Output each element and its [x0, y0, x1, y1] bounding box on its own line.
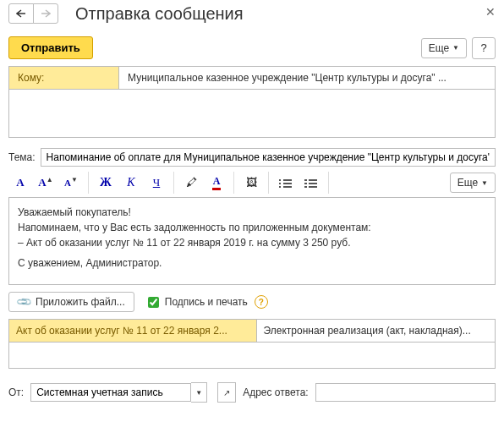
send-button[interactable]: Отправить [8, 36, 93, 59]
to-label: Кому: [9, 67, 119, 89]
chevron-down-icon: ▼ [481, 179, 488, 187]
font-decrease-button[interactable]: A▼ [59, 172, 83, 194]
nav-back-button[interactable] [8, 3, 34, 24]
more-button[interactable]: Еще▼ [421, 38, 467, 58]
to-list-empty[interactable] [8, 90, 496, 138]
bullet-list-button[interactable] [274, 172, 298, 194]
to-field[interactable]: Муниципальное казенное учреждение "Центр… [119, 67, 495, 89]
format-more-button[interactable]: Еще▼ [450, 173, 496, 193]
help-button[interactable]: ? [472, 37, 496, 59]
font-increase-button[interactable]: A▲ [34, 172, 58, 194]
paperclip-icon: 📎 [15, 293, 33, 311]
font-size-button[interactable]: A [8, 172, 32, 194]
bold-button[interactable]: Ж [94, 172, 118, 194]
chevron-down-icon: ▼ [195, 389, 202, 397]
document-item-selected[interactable]: Акт об оказании услуг № 11 от 22 января … [9, 320, 257, 342]
signature-help-icon[interactable]: ? [255, 295, 268, 309]
from-account-input[interactable] [30, 383, 191, 402]
reply-to-input[interactable] [315, 383, 496, 402]
window-title: Отправка сообщения [75, 4, 244, 24]
font-color-button[interactable]: A [205, 172, 228, 194]
underline-button[interactable]: Ч [145, 172, 168, 194]
insert-image-button[interactable]: 🖼 [239, 172, 263, 194]
nav-forward-button[interactable] [33, 3, 58, 24]
from-label: От: [8, 386, 24, 398]
from-account-open-button[interactable]: ↗ [217, 382, 236, 403]
up-arrow-icon: ▲ [47, 176, 53, 184]
close-button[interactable]: ✕ [485, 5, 496, 19]
document-item[interactable]: Электронная реализация (акт, накладная).… [257, 320, 495, 342]
numbered-list-button[interactable] [299, 172, 323, 194]
reply-to-label: Адрес ответа: [243, 386, 308, 398]
down-arrow-icon: ▼ [71, 176, 78, 184]
subject-input[interactable] [41, 148, 496, 167]
signature-checkbox-label[interactable]: Подпись и печать ? [145, 294, 268, 310]
open-icon: ↗ [223, 388, 230, 397]
highlight-color-button[interactable]: 🖍 [179, 172, 203, 194]
italic-button[interactable]: К [119, 172, 143, 194]
documents-list-empty[interactable] [8, 343, 496, 369]
from-account-dropdown[interactable]: ▼ [191, 382, 207, 403]
chevron-down-icon: ▼ [452, 44, 459, 52]
signature-checkbox[interactable] [148, 297, 159, 308]
attach-file-button[interactable]: 📎Приложить файл... [8, 292, 134, 312]
message-body-editor[interactable]: Уважаемый покупатель! Напоминаем, что у … [8, 197, 496, 285]
subject-label: Тема: [8, 151, 36, 163]
image-icon: 🖼 [246, 176, 257, 189]
